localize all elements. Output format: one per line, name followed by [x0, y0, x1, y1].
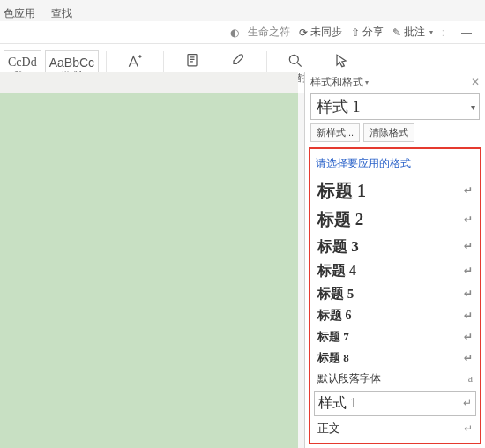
- paragraph-mark-icon: ↵: [464, 310, 473, 323]
- sync-label: 未同步: [310, 25, 342, 40]
- close-panel-button[interactable]: ✕: [471, 76, 480, 88]
- share-label: 分享: [362, 25, 384, 40]
- panel-title: 样式和格式: [310, 75, 363, 90]
- paragraph-mark-icon: ↵: [464, 287, 473, 301]
- tab-find[interactable]: 查找: [51, 6, 72, 21]
- chevron-down-icon: ▾: [471, 102, 475, 112]
- paragraph-mark-icon: a: [468, 372, 473, 385]
- style-item-label: 标题 5: [317, 286, 354, 302]
- user-avatar-icon[interactable]: ◐: [230, 26, 239, 39]
- paragraph-mark-icon: ↵: [464, 265, 473, 278]
- style-item-label: 默认段落字体: [317, 371, 381, 386]
- style-item-label: 正文: [317, 421, 340, 437]
- style-list-item[interactable]: 标题 5↵: [314, 283, 476, 305]
- style-item-label: 标题 6: [317, 308, 352, 324]
- svg-rect-0: [188, 55, 197, 66]
- share-icon: ⇧: [351, 26, 360, 39]
- style-list-item[interactable]: 标题 8↵: [314, 347, 476, 369]
- sync-button[interactable]: ⟳ 未同步: [299, 25, 342, 40]
- style-list-item[interactable]: 样式 1↵: [314, 391, 476, 416]
- style-preview: AaBbCc: [49, 56, 94, 70]
- paragraph-mark-icon: ↵: [464, 422, 473, 436]
- paragraph-mark-icon: ↵: [464, 213, 473, 227]
- minimize-button[interactable]: —: [453, 26, 480, 39]
- style-item-label: 标题 7: [317, 329, 349, 345]
- paragraph-mark-icon: ↵: [463, 397, 472, 410]
- paragraph-mark-icon: ↵: [464, 184, 473, 198]
- style-list-item[interactable]: 标题 7↵: [314, 326, 476, 347]
- svg-point-1: [289, 55, 298, 63]
- panel-title-dropdown-icon[interactable]: ▾: [365, 78, 369, 86]
- style-list: 标题 1↵标题 2↵标题 3↵标题 4↵标题 5↵标题 6↵标题 7↵标题 8↵…: [314, 176, 476, 441]
- clear-format-button[interactable]: 清除格式: [363, 123, 414, 142]
- styles-panel: 样式和格式 ▾ ✕ 样式 1 ▾ 新样式... 清除格式 请选择要应用的格式 标…: [304, 72, 485, 448]
- style-item-label: 标题 1: [317, 179, 366, 203]
- cursor-icon: [332, 52, 350, 70]
- apply-format-hint: 请选择要应用的格式: [314, 153, 476, 176]
- new-style-icon: [126, 52, 144, 70]
- page: 完；问号须加有 用它意未尽；冒 的标点符号用法。 使用它气舒缓。 例外，其他一概: [0, 93, 194, 393]
- annotate-icon: ✎: [392, 26, 401, 39]
- paragraph-mark-icon: ↵: [464, 240, 473, 253]
- current-style-name: 样式 1: [317, 96, 361, 117]
- divider: :: [442, 26, 444, 39]
- style-preview: CcDd: [8, 56, 37, 70]
- tab-feature-apps[interactable]: 色应用: [4, 6, 35, 21]
- share-button[interactable]: ⇧ 分享: [351, 25, 384, 40]
- user-name: 生命之符: [248, 25, 290, 40]
- style-item-label: 标题 4: [317, 262, 356, 280]
- style-list-item[interactable]: 标题 1↵: [314, 176, 476, 205]
- new-style-panel-button[interactable]: 新样式...: [310, 123, 360, 142]
- text-tool-icon: [229, 52, 247, 70]
- annotate-button[interactable]: ✎ 批注 ▾: [392, 25, 433, 40]
- paragraph-mark-icon: ↵: [464, 331, 473, 344]
- style-item-label: 标题 3: [317, 236, 359, 257]
- style-item-label: 样式 1: [318, 394, 357, 413]
- style-item-label: 标题 8: [317, 350, 349, 366]
- style-list-item[interactable]: 标题 4↵: [314, 259, 476, 283]
- horizontal-ruler[interactable]: [0, 72, 298, 93]
- document-canvas[interactable]: 完；问号须加有 用它意未尽；冒 的标点符号用法。 使用它气舒缓。 例外，其他一概: [0, 93, 298, 448]
- style-list-item[interactable]: 标题 6↵: [314, 305, 476, 326]
- chevron-down-icon: ▾: [429, 28, 433, 36]
- style-list-item[interactable]: 标题 2↵: [314, 205, 476, 234]
- annotate-label: 批注: [404, 25, 425, 40]
- style-list-item[interactable]: 标题 3↵: [314, 234, 476, 259]
- style-list-item[interactable]: 正文↵: [314, 418, 476, 439]
- current-style-display[interactable]: 样式 1 ▾: [310, 93, 480, 120]
- highlight-box: 请选择要应用的格式 标题 1↵标题 2↵标题 3↵标题 4↵标题 5↵标题 6↵…: [309, 147, 481, 444]
- paragraph-mark-icon: ↵: [464, 352, 473, 365]
- style-item-label: 标题 2: [317, 208, 363, 231]
- doc-helper-icon: [183, 52, 201, 70]
- sync-icon: ⟳: [299, 26, 308, 39]
- search-icon: [287, 52, 304, 70]
- style-list-item[interactable]: 默认段落字体a: [314, 369, 476, 389]
